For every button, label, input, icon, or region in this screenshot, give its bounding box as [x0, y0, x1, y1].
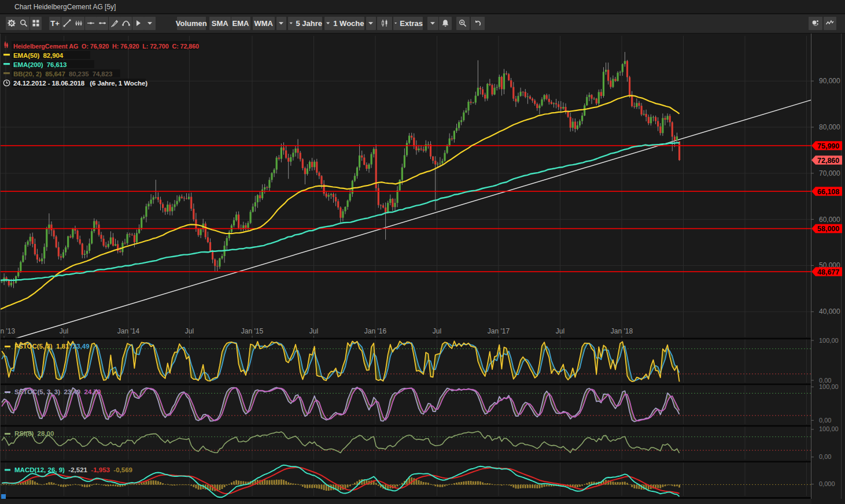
svg-text:HeidelbergCement AG O: 76,920: HeidelbergCement AG O: 76,920 H: 76,920 …	[13, 43, 199, 50]
svg-text:48,677: 48,677	[817, 268, 839, 276]
svg-text:66,108: 66,108	[817, 188, 839, 196]
svg-text:100,00: 100,00	[819, 337, 839, 344]
svg-text:SSTOC(5, 3, 3) 23,49 24,79: SSTOC(5, 3, 3) 23,49 24,79	[14, 388, 101, 395]
svg-text:100,00: 100,00	[819, 425, 839, 432]
svg-text:75,990: 75,990	[817, 142, 839, 150]
svg-text:Jul: Jul	[433, 327, 441, 335]
svg-text:60,000: 60,000	[819, 216, 840, 224]
svg-text:Jul: Jul	[60, 327, 68, 335]
svg-text:Jul: Jul	[185, 327, 194, 335]
svg-text:Jan '13: Jan '13	[0, 327, 15, 335]
svg-text:Jan '17: Jan '17	[488, 327, 510, 335]
svg-text:0,00: 0,00	[819, 453, 831, 460]
svg-text:MACD(12, 26, 9) -2,521 -1,95: MACD(12, 26, 9) -2,521 -1,953 -0,569	[14, 466, 132, 473]
svg-text:58,000: 58,000	[817, 225, 839, 233]
svg-text:0,00: 0,00	[819, 417, 831, 424]
svg-text:40,000: 40,000	[819, 307, 840, 316]
svg-text:Jul: Jul	[556, 327, 564, 335]
svg-text:Jan '15: Jan '15	[241, 327, 264, 335]
svg-text:0,00: 0,00	[819, 377, 831, 384]
svg-text:EMA(200) 76,613: EMA(200) 76,613	[13, 61, 67, 68]
svg-text:100,00: 100,00	[819, 383, 839, 390]
svg-text:BB(20, 2) 85,647 80,235 74,: BB(20, 2) 85,647 80,235 74,823	[13, 71, 112, 77]
svg-text:80,000: 80,000	[819, 123, 840, 131]
svg-text:90,000: 90,000	[819, 77, 840, 85]
svg-text:Jan '14: Jan '14	[117, 327, 140, 335]
svg-text:72,860: 72,860	[817, 157, 839, 165]
svg-text:70,000: 70,000	[819, 169, 840, 177]
svg-text:0,000: 0,000	[819, 480, 835, 487]
svg-text:Jul: Jul	[309, 327, 318, 335]
svg-text:Jan '16: Jan '16	[364, 327, 387, 335]
svg-text:24.12.2012 - 18.06.2018 (6 J: 24.12.2012 - 18.06.2018 (6 Jahre, 1 Woch…	[13, 80, 147, 87]
svg-text:RSI(8) 28,00: RSI(8) 28,00	[14, 430, 54, 437]
svg-text:FSTOC(5, 3) 1,81 23,49: FSTOC(5, 3) 1,81 23,49	[14, 343, 90, 350]
svg-text:Jan '18: Jan '18	[611, 327, 633, 335]
svg-text:EMA(50) 82,904: EMA(50) 82,904	[13, 52, 64, 59]
